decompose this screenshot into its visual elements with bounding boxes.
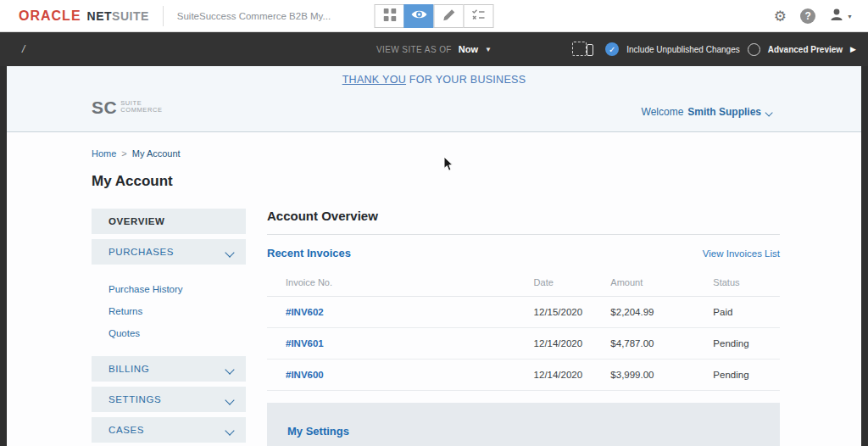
invoice-amount: $2,204.99: [610, 297, 713, 328]
sidebar-item-purchases[interactable]: PURCHASES: [92, 239, 246, 265]
grid-view-button[interactable]: [375, 4, 405, 28]
current-path-label: /: [22, 43, 25, 55]
user-menu[interactable]: ▼: [829, 8, 853, 25]
preview-control-bar: / VIEW SITE AS OF Now ▼ ✓ Include Unpubl…: [0, 32, 868, 66]
storefront-header: THANK YOU FOR YOUR BUSINESS SC SUITE COM…: [7, 66, 861, 132]
chevron-down-icon: [226, 396, 234, 404]
promo-banner: THANK YOU FOR YOUR BUSINESS: [7, 74, 861, 86]
edit-mode-button[interactable]: [434, 4, 465, 28]
my-settings-title: My Settings: [287, 425, 760, 438]
chevron-down-icon: [226, 248, 234, 256]
site-name-label: SuiteSuccess Commerce B2B My...: [177, 11, 331, 21]
breadcrumb-separator: >: [121, 148, 126, 159]
sidebar-item-returns[interactable]: Returns: [108, 300, 246, 322]
sc-logo-mark: SC: [92, 98, 117, 118]
breadcrumb-current: My Account: [132, 148, 181, 159]
invoice-amount: $4,787.00: [610, 328, 713, 360]
sidebar-item-cases[interactable]: CASES: [92, 417, 246, 443]
page-title: My Account: [92, 173, 780, 190]
invoice-amount: $3,999.00: [610, 360, 713, 391]
invoice-date: 12/14/2020: [534, 328, 611, 360]
checklist-icon: [472, 8, 486, 24]
advanced-preview-arrow-icon: ▶: [850, 45, 856, 53]
view-mode-button-group: [375, 4, 494, 28]
invoice-link[interactable]: #INV600: [286, 370, 324, 380]
status-badge: Paid: [713, 297, 780, 328]
thank-you-link[interactable]: THANK YOU: [342, 74, 406, 86]
suitecommerce-logo[interactable]: SC SUITE COMMERCE: [92, 98, 163, 118]
include-unpublished-checkbox[interactable]: ✓: [605, 42, 619, 56]
account-sidebar: OVERVIEW PURCHASES Purchase History Retu…: [92, 209, 246, 446]
col-invoice-no: Invoice No.: [267, 270, 534, 297]
section-title: Account Overview: [267, 209, 780, 223]
dropdown-arrow-icon: ▼: [485, 46, 492, 53]
pencil-icon: [442, 8, 455, 25]
toolbar-right-actions: ⚙ ? ▼: [774, 0, 853, 32]
view-site-label: VIEW SITE AS OF: [376, 45, 452, 54]
sidebar-item-settings[interactable]: SETTINGS: [92, 387, 246, 412]
recent-invoices-table: Invoice No. Date Amount Status #INV602 1…: [267, 270, 780, 391]
user-menu-caret-icon: ▼: [847, 14, 853, 20]
advanced-preview-label: Advanced Preview: [768, 45, 843, 54]
mouse-cursor: [443, 157, 454, 176]
sidebar-item-overview[interactable]: OVERVIEW: [92, 209, 246, 234]
user-avatar-icon: [829, 8, 844, 25]
col-date: Date: [534, 270, 611, 297]
netsuite-logo-suite: SUITE: [112, 9, 149, 23]
sidebar-item-quotes[interactable]: Quotes: [108, 322, 246, 344]
col-amount: Amount: [610, 270, 713, 297]
settings-gear-icon[interactable]: ⚙: [774, 9, 787, 24]
breadcrumb: Home > My Account: [92, 148, 780, 159]
storefront-preview-frame: THANK YOU FOR YOUR BUSINESS SC SUITE COM…: [7, 66, 861, 446]
toolbar-divider: [163, 6, 164, 26]
invoice-date: 12/15/2020: [534, 297, 611, 328]
welcome-account-name: Smith Supplies: [687, 106, 761, 118]
banner-rest-text: FOR YOUR BUSINESS: [406, 74, 526, 86]
chevron-down-icon: [226, 426, 234, 434]
page-content: Home > My Account My Account OVERVIEW PU…: [7, 148, 861, 446]
status-badge: Pending: [713, 360, 780, 391]
include-unpublished-label: Include Unpublished Changes: [626, 45, 739, 54]
invoice-link[interactable]: #INV601: [286, 338, 324, 348]
application-toolbar: ORACLE NET SUITE SuiteSuccess Commerce B…: [0, 0, 868, 32]
recent-invoices-title: Recent Invoices: [267, 247, 351, 259]
view-site-as-of-control[interactable]: VIEW SITE AS OF Now ▼: [376, 44, 492, 54]
section-divider: [267, 234, 780, 235]
sidebar-item-billing[interactable]: BILLING: [92, 356, 246, 382]
oracle-netsuite-logo: ORACLE NET SUITE: [19, 8, 149, 24]
device-preview-icon[interactable]: [572, 41, 594, 58]
welcome-prefix: Welcome: [642, 106, 684, 118]
table-row: #INV601 12/14/2020 $4,787.00 Pending: [267, 328, 780, 360]
breadcrumb-home-link[interactable]: Home: [92, 148, 116, 159]
grid-icon: [383, 8, 396, 25]
preview-mode-button[interactable]: [404, 4, 435, 28]
view-invoices-list-link[interactable]: View Invoices List: [703, 248, 780, 259]
table-row: #INV600 12/14/2020 $3,999.00 Pending: [267, 360, 780, 391]
table-header-row: Invoice No. Date Amount Status: [267, 270, 780, 297]
invoice-date: 12/14/2020: [534, 360, 611, 391]
sc-logo-line2: COMMERCE: [120, 107, 162, 114]
sidebar-item-purchase-history[interactable]: Purchase History: [108, 278, 246, 300]
preview-options: ✓ Include Unpublished Changes Advanced P…: [572, 41, 856, 58]
status-badge: Pending: [713, 328, 780, 360]
chevron-down-icon: [766, 109, 772, 114]
purchases-submenu: Purchase History Returns Quotes: [92, 270, 246, 356]
netsuite-logo-net: NET: [87, 9, 113, 23]
col-status: Status: [713, 270, 780, 297]
account-overview-panel: Account Overview Recent Invoices View In…: [267, 209, 780, 446]
advanced-preview-toggle[interactable]: [748, 43, 760, 56]
welcome-user-menu[interactable]: Welcome Smith Supplies: [642, 106, 773, 118]
oracle-logo-text: ORACLE: [19, 8, 81, 24]
view-site-value: Now: [459, 44, 478, 54]
table-row: #INV602 12/15/2020 $2,204.99 Paid: [267, 297, 780, 328]
invoice-link[interactable]: #INV602: [286, 307, 324, 317]
chevron-down-icon: [226, 365, 234, 373]
my-settings-panel: My Settings: [267, 403, 780, 446]
help-icon[interactable]: ?: [800, 8, 815, 24]
checklist-button[interactable]: [464, 4, 494, 28]
eye-icon: [411, 8, 428, 24]
